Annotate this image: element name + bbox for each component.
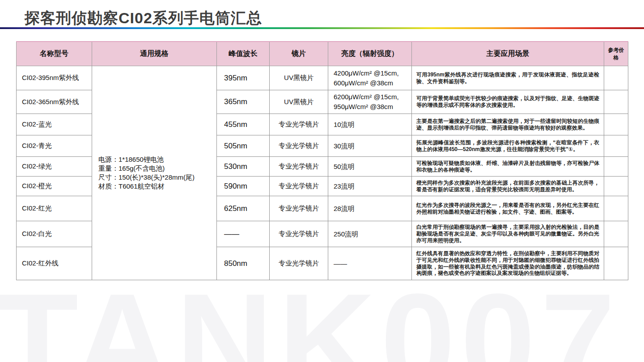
table-row: CI02-395nm紫外线 电源：1*18650锂电池 重量：165g(不含电池…	[17, 66, 628, 90]
col-header-model: 名称型号	[17, 42, 92, 66]
brightness-cell: 10流明	[328, 114, 412, 135]
brightness-cell: 30流明	[328, 135, 412, 157]
lens-cell: 专业光学镜片	[270, 177, 328, 196]
table-header: 名称型号 通用规格 峰值波长 镜片 亮度（辐射强度） 主要应用场景 参考价格	[17, 42, 628, 66]
price-cell	[604, 221, 628, 247]
model-cell: CI02-橙光	[17, 177, 92, 196]
col-header-specs: 通用规格	[92, 42, 217, 66]
price-cell	[604, 247, 628, 280]
application-cell: 白光常用于刑侦勘察现场的第一遍搜寻，主要采用掠入射的光检验法，目的是勘验现场是否…	[412, 221, 604, 247]
flashlight-spec-table: 名称型号 通用规格 峰值波长 镜片 亮度（辐射强度） 主要应用场景 参考价格 C…	[16, 41, 628, 280]
price-cell	[604, 196, 628, 221]
spectrum-divider	[0, 27, 644, 29]
wavelength-cell: 590nm	[217, 177, 270, 196]
lens-cell: UV黑镜片	[270, 66, 328, 90]
wavelength-cell: 530nm	[217, 157, 270, 177]
brightness-cell: 4200μW/cm² @15cm, 600μW/cm² @38cm	[328, 66, 412, 90]
model-cell: CI02-白光	[17, 221, 92, 247]
lens-cell: 专业光学镜片	[270, 221, 328, 247]
lens-cell: 专业光学镜片	[270, 247, 328, 280]
brightness-cell: 250流明	[328, 221, 412, 247]
price-cell	[604, 157, 628, 177]
model-cell: CI02-365nm紫外线	[17, 90, 92, 114]
model-cell: CI02-蓝光	[17, 114, 92, 135]
price-cell	[604, 135, 628, 157]
lens-cell: 专业光学镜片	[270, 157, 328, 177]
application-cell: 拓展光源峰值波长范围，多波段光源进行各种搜索检测，“在暗室条件下，衣物上的体液用…	[412, 135, 604, 157]
application-cell: 可检验现场可疑物质如体液、纤维、油漆碎片及射击残留物等，亦可检验尸体和衣物上的各…	[412, 157, 604, 177]
brand-watermark: TANK007	[0, 274, 620, 362]
application-cell: 可用395nm紫外线再次进行现场痕迹搜索，用于发现体液斑迹、指纹足迹检验、文件资…	[412, 66, 604, 90]
wavelength-cell: 395nm	[217, 66, 270, 90]
application-cell: 主要是在第一遍搜索之后的第二遍搜索使用，对于一些遗留时间较短的生物痕迹、显示剂增…	[412, 114, 604, 135]
application-cell: 红外线具有显著的热效应和穿透力特性，在刑侦勘察中，主要利用不同物质对于可见光和红…	[412, 247, 604, 280]
price-cell	[604, 66, 628, 90]
price-cell	[604, 114, 628, 135]
application-cell: 可用于背景简单或荧光干扰较少的痕迹搜索，以及对于指纹、足迹、生物斑迹等的增强显示…	[412, 90, 604, 114]
col-header-brightness: 亮度（辐射强度）	[328, 42, 412, 66]
table-body: CI02-395nm紫外线 电源：1*18650锂电池 重量：165g(不含电池…	[17, 66, 628, 280]
header-row: 名称型号 通用规格 峰值波长 镜片 亮度（辐射强度） 主要应用场景 参考价格	[17, 42, 628, 66]
brightness-cell: 23流明	[328, 177, 412, 196]
model-cell: CI02-红光	[17, 196, 92, 221]
wavelength-cell: 455nm	[217, 114, 270, 135]
price-cell	[604, 90, 628, 114]
model-cell: CI02-红外线	[17, 247, 92, 280]
col-header-lens: 镜片	[270, 42, 328, 66]
brightness-cell: 28流明	[328, 196, 412, 221]
lens-cell: 专业光学镜片	[270, 114, 328, 135]
col-header-wavelength: 峰值波长	[217, 42, 270, 66]
model-cell: CI02-青光	[17, 135, 92, 157]
lens-cell: 专业光学镜片	[270, 135, 328, 157]
wavelength-cell: 505nm	[217, 135, 270, 157]
model-cell: CI02-绿光	[17, 157, 92, 177]
brightness-cell: ——	[328, 247, 412, 280]
application-cell: 红光作为多次搜寻的波段光源之一，用来看是否有的发现，另外红光主要在红外照相前对油…	[412, 196, 604, 221]
model-cell: CI02-395nm紫外线	[17, 66, 92, 90]
lens-cell: 专业光学镜片	[270, 196, 328, 221]
price-cell	[604, 177, 628, 196]
application-cell: 橙光同样作为多次搜索的补充波段光源，在前面多次搜索的基础上再次所寻，看是否有新的…	[412, 177, 604, 196]
page-title: 探客刑侦勘察CI02系列手电筒汇总	[25, 8, 262, 29]
wavelength-cell: 625nm	[217, 196, 270, 221]
lens-cell: UV黑镜片	[270, 90, 328, 114]
wavelength-cell: 365nm	[217, 90, 270, 114]
col-header-application: 主要应用场景	[412, 42, 604, 66]
general-specs-cell: 电源：1*18650锂电池 重量：165g(不含电池) 尺寸：150(长)*38…	[92, 66, 217, 280]
brightness-cell: 50流明	[328, 157, 412, 177]
col-header-price: 参考价格	[604, 42, 628, 66]
wavelength-cell: ——	[217, 221, 270, 247]
wavelength-cell: 850nm	[217, 247, 270, 280]
brightness-cell: 6200μW/cm² @15cm, 950μW/cm² @38cm	[328, 90, 412, 114]
